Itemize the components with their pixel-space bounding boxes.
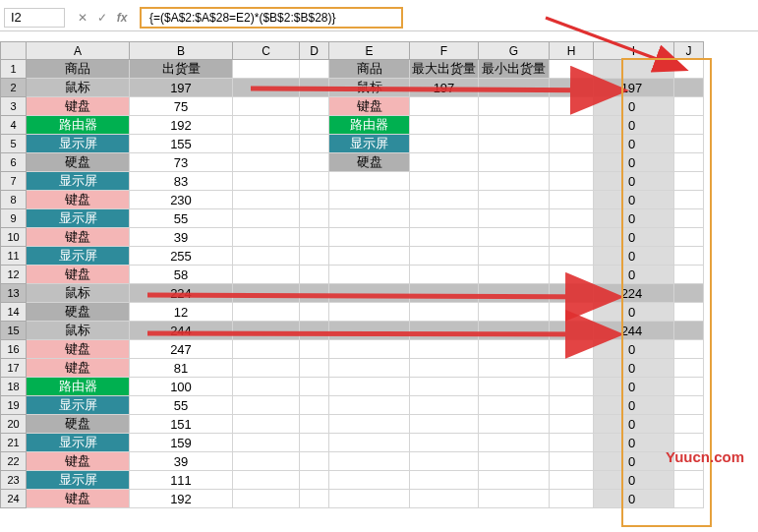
cell-I12[interactable]: 0 <box>594 266 674 284</box>
cell-G16[interactable] <box>479 340 550 359</box>
cell-I4[interactable]: 0 <box>594 116 674 135</box>
column-header[interactable]: I <box>594 42 674 60</box>
cell-D6[interactable] <box>300 153 329 172</box>
spreadsheet-grid[interactable]: ABCDEFGHIJ1商品出货量商品最大出货量最小出货量2鼠标197鼠标1971… <box>0 41 704 508</box>
cell-J13[interactable] <box>674 284 704 303</box>
cell-H3[interactable] <box>550 97 594 116</box>
cell-F1[interactable]: 最大出货量 <box>410 60 479 79</box>
cell-G22[interactable] <box>479 452 550 471</box>
cell-I2[interactable]: 197 <box>594 79 674 97</box>
cell-C7[interactable] <box>233 172 300 191</box>
cell-H7[interactable] <box>550 172 594 191</box>
cell-I22[interactable]: 0 <box>594 452 674 471</box>
cell-D21[interactable] <box>300 434 329 452</box>
column-header[interactable]: H <box>550 42 594 60</box>
cell-C21[interactable] <box>233 434 300 452</box>
cell-F9[interactable] <box>410 209 479 228</box>
cell-D15[interactable] <box>300 322 329 340</box>
cell-A9[interactable]: 显示屏 <box>27 209 130 228</box>
cell-C4[interactable] <box>233 116 300 135</box>
cell-B14[interactable]: 12 <box>130 303 233 322</box>
cell-G17[interactable] <box>479 359 550 378</box>
cell-C23[interactable] <box>233 471 300 490</box>
cell-A6[interactable]: 硬盘 <box>27 153 130 172</box>
cell-C3[interactable] <box>233 97 300 116</box>
cell-H24[interactable] <box>550 490 594 508</box>
cell-A23[interactable]: 显示屏 <box>27 471 130 490</box>
cell-E20[interactable] <box>329 415 410 434</box>
cell-D9[interactable] <box>300 209 329 228</box>
cell-C8[interactable] <box>233 191 300 209</box>
cell-H4[interactable] <box>550 116 594 135</box>
cell-E8[interactable] <box>329 191 410 209</box>
cell-D10[interactable] <box>300 228 329 247</box>
cell-A7[interactable]: 显示屏 <box>27 172 130 191</box>
cell-A4[interactable]: 路由器 <box>27 116 130 135</box>
cell-H23[interactable] <box>550 471 594 490</box>
cell-E23[interactable] <box>329 471 410 490</box>
cell-C5[interactable] <box>233 135 300 153</box>
cell-C22[interactable] <box>233 452 300 471</box>
cell-B11[interactable]: 255 <box>130 247 233 266</box>
cell-H11[interactable] <box>550 247 594 266</box>
cell-F13[interactable] <box>410 284 479 303</box>
row-header[interactable]: 9 <box>1 209 27 228</box>
cell-J5[interactable] <box>674 135 704 153</box>
cell-I1[interactable] <box>594 60 674 79</box>
cell-H10[interactable] <box>550 228 594 247</box>
cell-F10[interactable] <box>410 228 479 247</box>
cell-D8[interactable] <box>300 191 329 209</box>
cell-D18[interactable] <box>300 378 329 396</box>
row-header[interactable]: 16 <box>1 340 27 359</box>
cell-E4[interactable]: 路由器 <box>329 116 410 135</box>
cell-F24[interactable] <box>410 490 479 508</box>
cell-I11[interactable]: 0 <box>594 247 674 266</box>
cell-B13[interactable]: 224 <box>130 284 233 303</box>
cell-H5[interactable] <box>550 135 594 153</box>
cell-B23[interactable]: 111 <box>130 471 233 490</box>
cell-G3[interactable] <box>479 97 550 116</box>
cell-C20[interactable] <box>233 415 300 434</box>
row-header[interactable]: 7 <box>1 172 27 191</box>
cell-J2[interactable] <box>674 79 704 97</box>
cell-B2[interactable]: 197 <box>130 79 233 97</box>
row-header[interactable]: 22 <box>1 452 27 471</box>
cell-B3[interactable]: 75 <box>130 97 233 116</box>
cell-F5[interactable] <box>410 135 479 153</box>
cell-F14[interactable] <box>410 303 479 322</box>
cell-D14[interactable] <box>300 303 329 322</box>
cell-C14[interactable] <box>233 303 300 322</box>
cell-A20[interactable]: 硬盘 <box>27 415 130 434</box>
cell-E21[interactable] <box>329 434 410 452</box>
cell-I18[interactable]: 0 <box>594 378 674 396</box>
cell-D2[interactable] <box>300 79 329 97</box>
cell-F15[interactable] <box>410 322 479 340</box>
cell-I17[interactable]: 0 <box>594 359 674 378</box>
cell-B10[interactable]: 39 <box>130 228 233 247</box>
column-header[interactable]: A <box>27 42 130 60</box>
cell-G5[interactable] <box>479 135 550 153</box>
cell-E24[interactable] <box>329 490 410 508</box>
cell-J12[interactable] <box>674 266 704 284</box>
cell-G13[interactable] <box>479 284 550 303</box>
cell-J17[interactable] <box>674 359 704 378</box>
cell-E14[interactable] <box>329 303 410 322</box>
cell-I9[interactable]: 0 <box>594 209 674 228</box>
cell-E13[interactable] <box>329 284 410 303</box>
row-header[interactable]: 2 <box>1 79 27 97</box>
cell-H19[interactable] <box>550 396 594 415</box>
row-header[interactable]: 4 <box>1 116 27 135</box>
cell-A14[interactable]: 硬盘 <box>27 303 130 322</box>
row-header[interactable]: 17 <box>1 359 27 378</box>
cell-A21[interactable]: 显示屏 <box>27 434 130 452</box>
row-header[interactable]: 24 <box>1 490 27 508</box>
cell-B9[interactable]: 55 <box>130 209 233 228</box>
cell-G18[interactable] <box>479 378 550 396</box>
cell-I7[interactable]: 0 <box>594 172 674 191</box>
cell-B12[interactable]: 58 <box>130 266 233 284</box>
cell-J18[interactable] <box>674 378 704 396</box>
row-header[interactable]: 1 <box>1 60 27 79</box>
cell-G12[interactable] <box>479 266 550 284</box>
cell-D23[interactable] <box>300 471 329 490</box>
cell-E2[interactable]: 鼠标 <box>329 79 410 97</box>
